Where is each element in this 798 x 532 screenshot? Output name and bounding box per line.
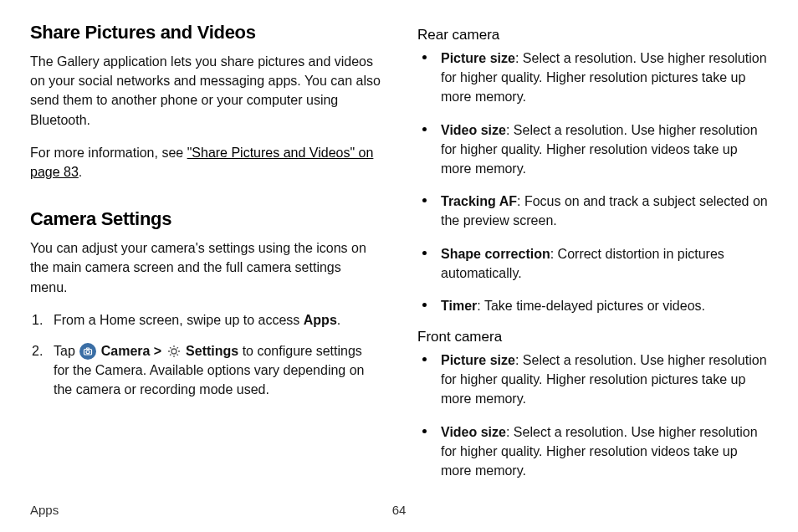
list-item: Video size: Select a resolution. Use hig… (417, 120, 768, 179)
item-bold: Timer (441, 299, 477, 313)
svg-point-1 (86, 350, 90, 353)
item-bold: Video size (441, 425, 506, 439)
footer-page-number: 64 (392, 503, 407, 517)
item-bold: Picture size (441, 353, 515, 367)
step2-pre: Tap (54, 344, 79, 358)
settings-icon (166, 344, 182, 359)
list-item: Shape correction: Correct distortion in … (417, 244, 768, 283)
item-bold: Picture size (441, 51, 515, 65)
camera-icon (79, 343, 96, 360)
camera-settings-steps: From a Home screen, swipe up to access A… (30, 310, 381, 400)
step2-settings-bold: Settings (186, 344, 238, 358)
step-1: From a Home screen, swipe up to access A… (30, 310, 381, 330)
step-2: Tap Camera > Settings to configure setti… (30, 341, 381, 400)
item-bold: Shape correction (441, 247, 550, 261)
moreinfo-post: . (79, 165, 82, 179)
list-item: Picture size: Select a resolution. Use h… (417, 49, 768, 107)
camera-settings-heading: Camera Settings (30, 208, 381, 230)
front-camera-subhead: Front camera (417, 329, 768, 345)
moreinfo-pre: For more information, see (30, 146, 187, 160)
svg-point-2 (171, 349, 176, 354)
page-footer: Apps 64 (30, 503, 768, 517)
step2-camera-bold: Camera (101, 344, 151, 358)
list-item: Tracking AF: Focus on and track a subjec… (417, 192, 768, 230)
rear-camera-subhead: Rear camera (417, 27, 768, 43)
left-column: Share Pictures and Videos The Gallery ap… (30, 22, 381, 490)
share-pictures-moreinfo: For more information, see "Share Picture… (30, 143, 381, 182)
item-bold: Video size (441, 123, 506, 137)
front-camera-list: Picture size: Select a resolution. Use h… (417, 350, 768, 480)
step1-post: . (337, 313, 340, 327)
footer-section: Apps (30, 503, 59, 517)
item-bold: Tracking AF (441, 194, 517, 208)
step1-pre: From a Home screen, swipe up to access (54, 313, 304, 327)
item-text: : Take time-delayed pictures or videos. (477, 299, 705, 313)
list-item: Timer: Take time-delayed pictures or vid… (417, 296, 768, 315)
camera-settings-paragraph: You can adjust your camera's settings us… (30, 238, 381, 297)
step2-gt: > (150, 344, 165, 358)
list-item: Video size: Select a resolution. Use hig… (417, 422, 768, 481)
content-columns: Share Pictures and Videos The Gallery ap… (30, 22, 768, 490)
share-pictures-paragraph: The Gallery application lets you share p… (30, 52, 381, 130)
step1-apps-bold: Apps (304, 313, 337, 327)
list-item: Picture size: Select a resolution. Use h… (417, 350, 768, 409)
right-column: Rear camera Picture size: Select a resol… (417, 22, 768, 490)
rear-camera-list: Picture size: Select a resolution. Use h… (417, 49, 768, 315)
share-pictures-heading: Share Pictures and Videos (30, 22, 381, 43)
